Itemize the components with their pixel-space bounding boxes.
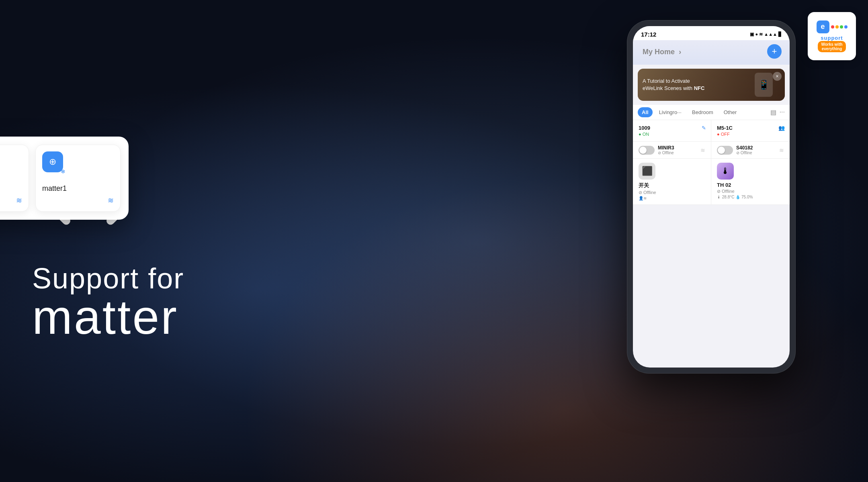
matter1-plug-icon: ⊕ xyxy=(49,157,56,167)
banner-text: A Tutorial to Activate eWeLink Scenes wi… xyxy=(643,78,704,92)
matter1-wifi-icon: ≋ xyxy=(108,196,114,205)
main-heading: Support for matter xyxy=(32,263,184,343)
device-switch[interactable]: ⬛ 开关 ⊘ Offline 👤≋ xyxy=(633,159,711,205)
tab-all[interactable]: All xyxy=(638,107,653,117)
tab-bar: All Livingro··· Bedroom Other ▤ ··· xyxy=(633,105,790,120)
matter1-name: matter1 xyxy=(42,184,114,193)
device-1009[interactable]: 1009 ● ON ✎ xyxy=(633,120,711,142)
phone-mockup: 17:12 ▣ ● ≋ ▲▲▲ ▊ My Home › + A Tutorial… xyxy=(627,20,796,382)
dot-blue xyxy=(844,25,848,29)
device-m5-1c-share-icon[interactable]: 👥 xyxy=(778,125,785,131)
heading-line2: matter xyxy=(32,291,184,344)
matter2-name: matter2 xyxy=(0,184,22,193)
esupport-badge: e support Works witheverything xyxy=(808,12,856,60)
status-time: 17:12 xyxy=(641,31,656,38)
tab-bedroom[interactable]: Bedroom xyxy=(688,107,717,117)
add-device-button[interactable]: + xyxy=(767,44,782,59)
app-header: My Home › + xyxy=(633,40,790,65)
device-1009-edit-icon[interactable]: ✎ xyxy=(702,125,706,131)
device-m5-1c[interactable]: M5-1C ● OFF 👥 xyxy=(711,120,790,142)
matter1-snowflake-icon: ❄ xyxy=(61,168,66,175)
toggle-row: MINIR3 ⊘ Offline ≋ S40182 ⊘ Offline ≋ xyxy=(633,142,790,159)
grid-view-icon[interactable]: ▤ xyxy=(770,108,776,116)
device-th02[interactable]: 🌡 TH 02 ⊘ Offline 🌡 28.8°C 💧 75.0% xyxy=(711,159,790,205)
status-icons: ▣ ● ≋ ▲▲▲ ▊ xyxy=(750,32,782,37)
matter2-card[interactable]: ❄ matter2 ≋ xyxy=(0,145,29,212)
phone-screen: 17:12 ▣ ● ≋ ▲▲▲ ▊ My Home › + A Tutorial… xyxy=(633,26,790,368)
tab-other[interactable]: Other xyxy=(720,107,741,117)
dot-orange xyxy=(835,25,839,29)
tab-livingroom[interactable]: Livingro··· xyxy=(655,107,686,117)
th02-icon: 🌡 xyxy=(717,163,734,180)
esupport-letter: e xyxy=(817,20,829,33)
minir3-toggle-area: MINIR3 ⊘ Offline ≋ xyxy=(633,142,711,159)
nfc-banner[interactable]: A Tutorial to Activate eWeLink Scenes wi… xyxy=(638,69,785,101)
status-bar: 17:12 ▣ ● ≋ ▲▲▲ ▊ xyxy=(633,26,790,40)
minir3-toggle[interactable] xyxy=(639,146,655,155)
home-title: My Home › xyxy=(641,46,681,57)
banner-close-button[interactable]: × xyxy=(773,72,782,81)
device-status-grid: 1009 ● ON ✎ M5-1C ● OFF 👥 xyxy=(633,120,790,142)
matter1-icon: ⊕ ❄ xyxy=(42,151,63,172)
esupport-label: support xyxy=(821,35,843,41)
esupport-dots xyxy=(831,25,848,29)
dot-green xyxy=(840,25,843,29)
matter2-wifi-icon: ≋ xyxy=(16,196,22,205)
phone-frame: 17:12 ▣ ● ≋ ▲▲▲ ▊ My Home › + A Tutorial… xyxy=(627,20,796,374)
bottom-device-row: ⬛ 开关 ⊘ Offline 👤≋ 🌡 TH 02 ⊘ Offline 🌡 28… xyxy=(633,159,790,205)
matter1-card[interactable]: ⊕ ❄ matter1 ≋ xyxy=(35,145,121,212)
minir3-wifi-icon: ≋ xyxy=(700,147,705,153)
banner-phone-icon: 📱 xyxy=(755,73,773,97)
dot-red xyxy=(831,25,834,29)
s40182-toggle-area: S40182 ⊘ Offline ≋ xyxy=(711,142,790,159)
s40182-toggle[interactable] xyxy=(717,146,733,155)
switch-icon: ⬛ xyxy=(639,163,655,180)
esupport-works-text: Works witheverything xyxy=(818,41,845,52)
esupport-header: e xyxy=(817,20,848,33)
matter-cards-overlay: ❄ matter2 ≋ ⊕ ❄ matter1 ≋ xyxy=(0,137,129,220)
more-options-icon[interactable]: ··· xyxy=(780,108,785,116)
s40182-wifi-icon: ≋ xyxy=(779,147,784,153)
tab-view-icons: ▤ ··· xyxy=(770,108,785,116)
